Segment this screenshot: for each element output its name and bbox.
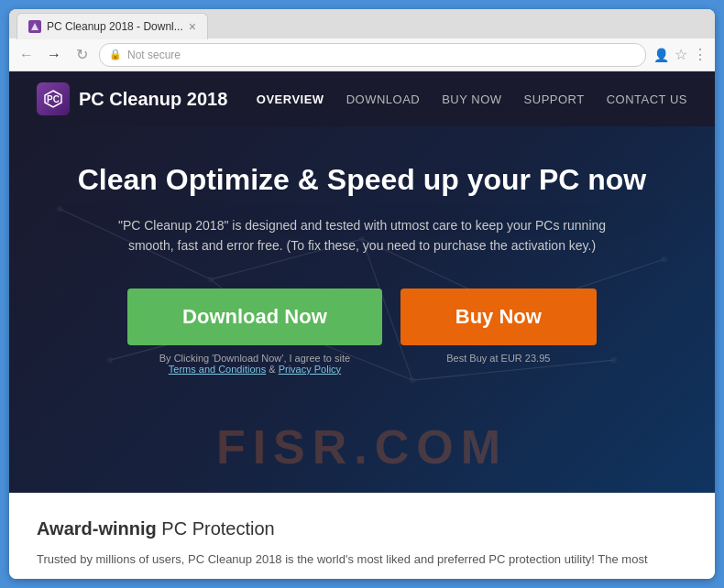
section-text: Trusted by millions of users, PC Cleanup… (37, 550, 687, 570)
forward-button[interactable]: → (44, 45, 64, 65)
buy-btn-group: Buy Now Best Buy at EUR 23.95 (400, 289, 597, 364)
refresh-button[interactable]: ↻ (71, 45, 92, 65)
address-bar: ← → ↻ 🔒 Not secure 👤 ☆ ⋮ (9, 38, 715, 71)
section-title-bold: Award-winnig (37, 518, 157, 539)
hero-buttons: Download Now By Clicking 'Download Now',… (37, 289, 687, 375)
tab-close-button[interactable]: × (189, 19, 196, 34)
privacy-link[interactable]: Privacy Policy (279, 364, 341, 375)
tab-title: PC Cleanup 2018 - Downl... (47, 20, 183, 33)
nav-item-support[interactable]: SUPPORT (524, 93, 585, 106)
bookmark-icon[interactable]: ☆ (675, 46, 687, 63)
buy-now-button[interactable]: Buy Now (400, 289, 597, 345)
svg-marker-0 (31, 23, 38, 30)
svg-point-13 (208, 277, 214, 283)
logo: PC PC Cleanup 2018 (37, 82, 227, 115)
lower-section: Award-winnig PC Protection Trusted by mi… (9, 493, 715, 579)
site-header: PC PC Cleanup 2018 OVERVIEW DOWNLOAD BUY… (9, 71, 715, 126)
download-agreement-text: By Clicking 'Download Now', I agree to s… (159, 353, 350, 364)
back-button[interactable]: ← (16, 45, 37, 65)
nav-item-contact[interactable]: CONTACT US (607, 93, 687, 106)
download-now-button[interactable]: Download Now (127, 289, 382, 345)
tab-favicon (28, 20, 41, 33)
hero-title: Clean Optimize & Speed up your PC now (37, 163, 687, 197)
website-content: PC PC Cleanup 2018 OVERVIEW DOWNLOAD BUY… (9, 71, 715, 579)
logo-text: PC Cleanup 2018 (79, 89, 227, 110)
browser-tab[interactable]: PC Cleanup 2018 - Downl... × (16, 13, 208, 39)
section-title-rest: PC Protection (157, 518, 275, 539)
ampersand: & (269, 364, 278, 375)
watermark: FISR.COM (216, 419, 508, 474)
terms-link[interactable]: Terms and Conditions (169, 364, 266, 375)
logo-icon: PC (37, 82, 70, 115)
tab-bar: PC Cleanup 2018 - Downl... × (9, 9, 715, 38)
hero-section: Clean Optimize & Speed up your PC now "P… (9, 126, 715, 493)
address-bar-right: 👤 ☆ ⋮ (653, 46, 708, 63)
nav-item-buy[interactable]: BUY NOW (442, 93, 501, 106)
not-secure-label: Not secure (127, 49, 181, 61)
buy-small-text: Best Buy at EUR 23.95 (446, 353, 550, 364)
svg-point-12 (57, 206, 63, 212)
download-terms-text: By Clicking 'Download Now', I agree to s… (159, 353, 350, 375)
site-nav: OVERVIEW DOWNLOAD BUY NOW SUPPORT CONTAC… (257, 93, 687, 106)
menu-icon[interactable]: ⋮ (693, 46, 708, 63)
svg-text:PC: PC (47, 94, 60, 104)
url-bar[interactable]: 🔒 Not secure (99, 43, 646, 67)
download-btn-group: Download Now By Clicking 'Download Now',… (127, 289, 382, 375)
svg-point-16 (662, 256, 668, 263)
section-title: Award-winnig PC Protection (37, 518, 687, 539)
hero-subtitle: "PC Cleanup 2018" is designed and tested… (105, 215, 619, 256)
svg-point-19 (410, 377, 416, 384)
nav-item-download[interactable]: DOWNLOAD (346, 93, 421, 106)
account-icon: 👤 (653, 48, 669, 62)
nav-item-overview[interactable]: OVERVIEW (257, 93, 324, 106)
lock-icon: 🔒 (109, 49, 122, 60)
